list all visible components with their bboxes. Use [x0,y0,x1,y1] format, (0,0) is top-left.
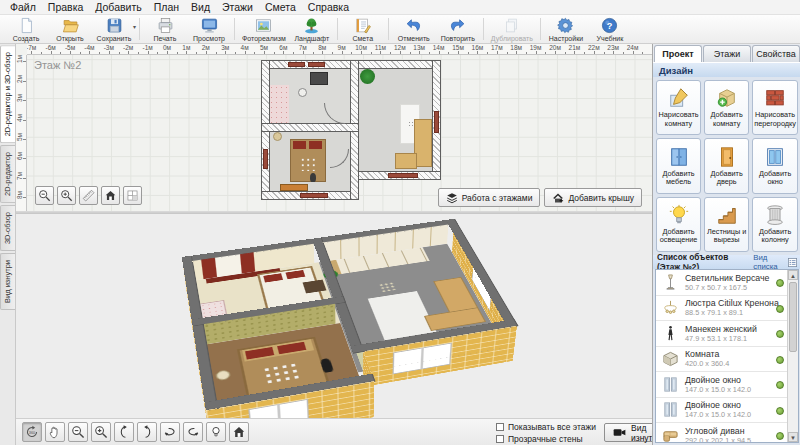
objects-list: Светильник Версаче50.7 x 50.7 x 167.5Люс… [655,269,799,443]
visibility-eye-icon[interactable] [776,381,784,389]
design-button-добавить дверь[interactable]: Добавить дверь [704,138,749,193]
vertical-ruler: 1м2м3м4м5м6м7м8м [16,55,27,211]
menu-item-1[interactable]: Правка [42,0,89,15]
checkbox-label: Прозрачные стены [508,434,583,444]
scroll-thumb[interactable] [789,282,797,352]
plan-2d-canvas[interactable]: Этаж №2 Работа с этажамиДобавить крышу [27,55,652,211]
ruler-tick [23,139,26,140]
tool-home-icon[interactable] [229,422,249,442]
checkbox-box[interactable] [496,423,504,431]
ruler-label-v: 3м [16,94,23,102]
menu-item-4[interactable]: Вид [185,0,216,15]
design-button-добавить окно[interactable]: Добавить окно [752,138,798,193]
menu-item-3[interactable]: План [148,0,185,15]
design-button-добавить мебель[interactable]: Добавить мебель [656,138,701,193]
button-работа с этажами[interactable]: Работа с этажами [438,188,541,207]
design-button-нарисовать перегородку[interactable]: Нарисовать перегородку [752,80,798,135]
object-list-item[interactable]: Комната420.0 x 360.4 [656,347,798,373]
pan-hand-icon [48,425,62,439]
menu-item-5[interactable]: Этажи [216,0,259,15]
dropdown-caret-icon[interactable]: ▾ [133,23,136,30]
visibility-eye-icon[interactable] [776,279,784,287]
checkbox-box[interactable] [496,435,504,443]
list-view-icon [788,258,797,267]
tool-fit-window-icon[interactable] [123,186,142,205]
design-button-label: Добавить колонну [754,228,796,245]
checkbox-1[interactable]: Прозрачные стены [496,433,596,444]
visibility-eye-icon[interactable] [776,356,784,364]
toolbar-button-открыть[interactable]: Открыть [48,15,92,43]
visibility-eye-icon[interactable] [776,305,784,313]
view-tab-1[interactable]: 2D-редактор [0,145,15,203]
editor-2d-pane[interactable]: -7м-6м-5м-4м-3м-2м-1м0м1м2м3м4м5м6м7м8м9… [16,44,652,211]
tool-zoom-out-icon[interactable] [68,422,88,442]
tool-tilt-right-icon[interactable] [137,422,157,442]
ruler-tick [390,52,391,54]
toolbar-button-создать[interactable]: Создать [4,15,48,43]
design-button-добавить освещение[interactable]: Добавить освещение [656,197,701,252]
tool-light-icon[interactable] [206,422,226,442]
menu-item-2[interactable]: Добавить [89,0,147,15]
toolbar-button-печать[interactable]: Печать [143,15,187,43]
scroll-up-arrow[interactable]: ▲ [788,270,798,280]
toolbar-button-повторить[interactable]: Повторить [436,15,480,43]
menu-item-0[interactable]: Файл [4,0,42,15]
tool-measure-icon[interactable] [79,186,98,205]
menu-item-7[interactable]: Справка [302,0,355,15]
button-добавить крышу[interactable]: Добавить крышу [544,188,642,207]
checkbox-0[interactable]: Показывать все этажи [496,421,596,432]
visibility-eye-icon[interactable] [776,407,784,415]
tool-zoom-in-icon[interactable] [57,186,76,205]
design-button-label: Добавить дверь [706,170,747,187]
design-button-лестницы и вырезы[interactable]: Лестницы и вырезы [704,197,749,252]
design-button-добавить колонну[interactable]: Добавить колонну [752,197,798,252]
ruler-label-h: 10м [355,44,367,51]
object-list-item[interactable]: Люстра Citilux Кренона88.5 x 79.1 x 89.1 [656,296,798,322]
toolbar-button-отменить[interactable]: Отменить [392,15,436,43]
visibility-eye-icon[interactable] [776,330,784,338]
view-tab-0[interactable]: 2D-редактор и 3D-обзор [0,45,15,143]
object-dimensions: 147.0 x 15.0 x 142.0 [685,410,751,419]
list-scrollbar[interactable]: ▲▼ [787,270,798,442]
toolbar-button-сохранить[interactable]: ▾Сохранить [92,15,136,43]
viewer-3d-pane[interactable] [16,214,652,418]
panel-tab-2[interactable]: Свойства [752,45,800,62]
floor-plan-2d[interactable] [262,61,440,199]
viewer-3d-toolbar: 360 Показывать все этажиПрозрачные стены… [16,418,652,445]
menu-item-6[interactable]: Смета [259,0,302,15]
toolbar-button-фотореализм[interactable]: Фотореализм [238,15,290,43]
toolbar-button-просмотр[interactable]: Просмотр [187,15,231,43]
house-3d-scene[interactable] [166,214,526,418]
object-list-item[interactable]: Угловой диван292.0 x 202.1 x 94.5 [656,423,798,443]
view-tab-2[interactable]: 3D-обзор [0,205,15,251]
house-3d-model[interactable] [182,219,534,410]
design-button-добавить комнату[interactable]: Добавить комнату [704,80,749,135]
tutorial-icon: ? [601,17,618,34]
object-list-item[interactable]: Двойное окно147.0 x 15.0 x 142.0 [656,372,798,398]
toolbar-button-ландшафт[interactable]: Ландшафт [290,15,334,43]
scroll-down-arrow[interactable]: ▼ [788,432,798,442]
panel-tab-1[interactable]: Этажи [703,45,751,62]
toolbar-separator [234,18,235,40]
tool-zoom-in-icon[interactable] [91,422,111,442]
object-list-item[interactable]: Двойное окно147.0 x 15.0 x 142.0 [656,398,798,424]
ruler-tick [313,52,314,54]
visibility-eye-icon[interactable] [776,432,784,440]
tool-orbit-right-icon[interactable] [183,422,203,442]
tool-pan-hand-icon[interactable] [45,422,65,442]
tool-home-icon[interactable] [101,186,120,205]
tool-orbit-left-icon[interactable] [160,422,180,442]
tool-tilt-left-icon[interactable] [114,422,134,442]
toolbar-button-учебник[interactable]: ?Учебник [588,15,632,43]
view-tab-3[interactable]: Вид изнутри [0,253,15,310]
object-list-item[interactable]: Светильник Версаче50.7 x 50.7 x 167.5 [656,270,798,296]
panel-tab-0[interactable]: Проект [654,45,702,62]
design-button-нарисовать комнату[interactable]: Нарисовать комнату [656,80,701,135]
tool-zoom-out-icon[interactable] [35,186,54,205]
object-list-item[interactable]: Манекен женский47.9 x 53.1 x 178.1 [656,321,798,347]
ruler-tick [303,51,304,54]
toolbar-button-настройки[interactable]: Настройки [544,15,588,43]
tool-rotate-360-icon[interactable]: 360 [22,422,42,442]
ruler-tick [351,52,352,54]
toolbar-button-смета[interactable]: Смета [341,15,385,43]
